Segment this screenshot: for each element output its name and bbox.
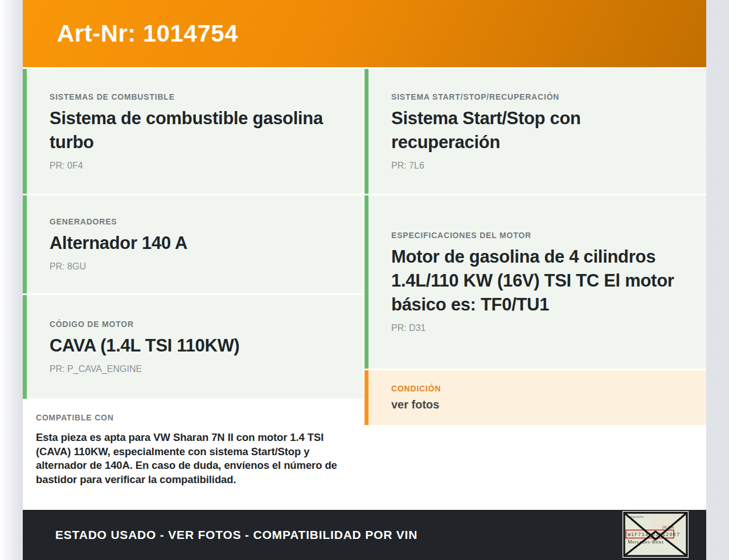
pr-code: PR: 0F4 (50, 161, 340, 171)
card-fuel-system: SISTEMAS DE COMBUSTIBLE Sistema de combu… (23, 69, 363, 194)
section-label: SISTEMAS DE COMBUSTIBLE (50, 92, 340, 101)
section-label: SISTEMA START/STOP/RECUPERACIÓN (391, 92, 683, 101)
section-title: Motor de gasolina de 4 cilindros 1.4L/11… (391, 245, 683, 317)
header-banner: Art-Nr: 1014754 (23, 0, 706, 67)
section-title: Sistema Start/Stop con recuperación (391, 107, 683, 154)
vin-suffix-text: 7 (677, 532, 679, 538)
section-label: CONDICIÓN (391, 384, 683, 393)
card-start-stop: SISTEMA START/STOP/RECUPERACIÓN Sistema … (364, 69, 706, 194)
right-column: SISTEMA START/STOP/RECUPERACIÓN Sistema … (364, 69, 706, 510)
pr-code: PR: 7L6 (391, 161, 683, 171)
envelope-icon: Fahrgestellnr. [4] AiA W1F71463J3129R 7 … (622, 511, 689, 558)
registration-envelope-image: Fahrgestellnr. [4] AiA W1F71463J3129R 7 … (622, 511, 689, 558)
card-compatibility: COMPATIBLE CON Esta pieza es apta para V… (23, 400, 363, 510)
left-column: SISTEMAS DE COMBUSTIBLE Sistema de combu… (23, 69, 363, 510)
footer-bar: ESTADO USADO - VER FOTOS - COMPATIBILIDA… (23, 510, 706, 560)
pr-code: PR: D31 (391, 323, 683, 333)
condition-value: ver fotos (391, 397, 683, 412)
section-label: CÓDIGO DE MOTOR (50, 320, 340, 329)
pr-code: PR: P_CAVA_ENGINE (50, 364, 340, 374)
empty-panel (364, 427, 706, 510)
pr-code: PR: 8GU (50, 261, 340, 272)
section-title: Alternador 140 A (50, 231, 340, 255)
section-title: CAVA (1.4L TSI 110KW) (50, 334, 340, 358)
page-title: Art-Nr: 1014754 (57, 20, 238, 47)
listing-page: Art-Nr: 1014754 SISTEMAS DE COMBUSTIBLE … (23, 0, 706, 560)
card-generators: GENERADORES Alternador 140 A PR: 8GU (23, 195, 363, 293)
section-label: ESPECIFICACIONES DEL MOTOR (391, 231, 683, 240)
compatibility-text: Esta pieza es apta para VW Sharan 7N II … (36, 431, 355, 487)
section-label: COMPATIBLE CON (36, 413, 355, 422)
footer-text: ESTADO USADO - VER FOTOS - COMPATIBILIDA… (55, 528, 417, 542)
section-title: Sistema de combustible gasolina turbo (50, 107, 340, 154)
card-engine-specs: ESPECIFICACIONES DEL MOTOR Motor de gaso… (364, 195, 706, 369)
card-engine-code: CÓDIGO DE MOTOR CAVA (1.4L TSI 110KW) PR… (23, 295, 363, 399)
card-condition: CONDICIÓN ver fotos (364, 370, 706, 425)
card-grid: SISTEMAS DE COMBUSTIBLE Sistema de combu… (23, 69, 706, 510)
section-label: GENERADORES (50, 217, 340, 226)
